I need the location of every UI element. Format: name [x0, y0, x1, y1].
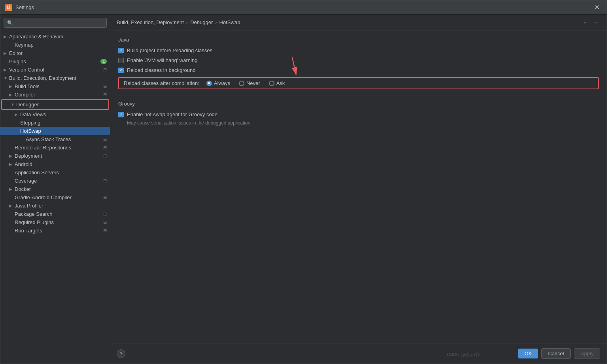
- sidebar-item-editor[interactable]: ▶ Editor: [0, 49, 110, 57]
- expand-icon: ▶: [4, 51, 9, 55]
- checkbox-label-jvm-hang: Enable 'JVM will hang' warning: [127, 57, 197, 63]
- sidebar-item-package-search[interactable]: Package Search ⊞: [0, 210, 110, 218]
- settings-icon: ⊞: [103, 195, 107, 200]
- sidebar-item-app-servers[interactable]: Application Servers: [0, 168, 110, 177]
- checkbox-jvm-hang[interactable]: Enable 'JVM will hang' warning: [118, 57, 599, 63]
- dialog-body: 🔍 ▶ Appearance & Behavior Keymap ▶ Edito…: [0, 15, 607, 364]
- sidebar-item-coverage[interactable]: Coverage ⊞: [0, 177, 110, 185]
- sidebar-item-build-tools[interactable]: ▶ Build Tools ⊞: [0, 82, 110, 91]
- radio-option-ask[interactable]: Ask: [269, 80, 285, 86]
- breadcrumb: Build, Execution, Deployment › Debugger …: [110, 15, 607, 30]
- settings-icon: ⊞: [103, 137, 107, 142]
- sidebar-item-build-exec[interactable]: ▼ Build, Execution, Deployment: [0, 74, 110, 82]
- sidebar-item-label: Deployment: [15, 153, 102, 159]
- checkbox-reload-background[interactable]: Reload classes in background: [118, 67, 599, 73]
- settings-icon: ⊞: [103, 178, 107, 183]
- sidebar-item-appearance[interactable]: ▶ Appearance & Behavior: [0, 32, 110, 41]
- sidebar-item-label: Application Servers: [15, 170, 107, 175]
- sidebar-item-label: Android: [15, 161, 107, 167]
- sidebar-item-plugins[interactable]: Plugins 1: [0, 57, 110, 66]
- sidebar-item-version-control[interactable]: ▶ Version Control ⊞: [0, 66, 110, 74]
- ok-button[interactable]: OK: [518, 349, 538, 358]
- settings-icon: ⊞: [103, 211, 107, 217]
- checkbox-label-groovy-hotswap: Enable hot-swap agent for Groovy code: [127, 111, 217, 117]
- title-bar-left: IJ Settings: [5, 4, 34, 11]
- dialog-title: Settings: [15, 4, 34, 10]
- sidebar-item-java-profiler[interactable]: ▶ Java Profiler: [0, 202, 110, 210]
- search-box[interactable]: 🔍: [4, 18, 107, 28]
- checkbox-label-build-before-reload: Build project before reloading classes: [127, 47, 212, 53]
- expand-icon: ▶: [15, 112, 20, 117]
- settings-icon: ⊞: [103, 153, 107, 158]
- nav-forward-button[interactable]: →: [592, 19, 600, 26]
- settings-icon: ⊞: [103, 145, 107, 150]
- breadcrumb-item-3: HotSwap: [219, 19, 240, 25]
- sidebar-item-label: Stepping: [20, 120, 107, 126]
- watermark: CSDN @假女叮9: [447, 352, 480, 358]
- radio-label-always: Always: [214, 80, 230, 86]
- sidebar-item-label: Editor: [9, 50, 107, 56]
- java-section-label: Java: [118, 37, 599, 43]
- breadcrumb-sep-1: ›: [186, 19, 188, 25]
- radio-group-label: Reload classes after compilation:: [124, 80, 199, 86]
- sidebar-item-android[interactable]: ▶ Android: [0, 160, 110, 168]
- expand-icon: ▶: [9, 204, 15, 208]
- content-area: Java Build project before reloading clas…: [110, 30, 607, 343]
- sidebar-item-required-plugins[interactable]: Required Plugins ⊞: [0, 218, 110, 226]
- checkbox-input-reload-background[interactable]: [118, 68, 124, 73]
- sidebar-item-label: Version Control: [9, 67, 102, 73]
- checkbox-build-before-reload[interactable]: Build project before reloading classes: [118, 47, 599, 53]
- sidebar-item-docker[interactable]: ▶ Docker: [0, 185, 110, 193]
- settings-icon: ⊞: [103, 84, 107, 89]
- sidebar-item-label: HotSwap: [20, 128, 107, 134]
- sidebar-item-debugger[interactable]: ▼ Debugger: [2, 100, 108, 109]
- radio-option-always[interactable]: Always: [206, 80, 230, 86]
- plugins-badge: 1: [100, 59, 107, 64]
- help-button[interactable]: ?: [117, 349, 125, 358]
- apply-button[interactable]: Apply: [574, 348, 600, 359]
- radio-btn-ask[interactable]: [269, 81, 274, 86]
- sidebar-item-label: Docker: [15, 186, 107, 192]
- radio-label-ask: Ask: [276, 80, 285, 86]
- sidebar-item-label: Keymap: [15, 42, 107, 48]
- nav-back-button[interactable]: ←: [581, 19, 590, 26]
- expand-icon: ▶: [4, 68, 9, 72]
- radio-option-never[interactable]: Never: [239, 80, 260, 86]
- sidebar-item-run-targets[interactable]: Run Targets ⊞: [0, 226, 110, 235]
- checkbox-input-build-before-reload[interactable]: [118, 48, 124, 53]
- groovy-section-label: Groovy: [118, 101, 599, 107]
- search-icon: 🔍: [7, 20, 13, 26]
- breadcrumb-item-2: Debugger: [190, 19, 213, 25]
- checkbox-input-jvm-hang[interactable]: [118, 58, 124, 63]
- expand-icon: ▶: [9, 187, 15, 191]
- search-input[interactable]: [15, 20, 103, 26]
- sidebar-item-deployment[interactable]: ▶ Deployment ⊞: [0, 152, 110, 160]
- title-bar: IJ Settings ✕: [0, 0, 607, 15]
- sidebar-item-async-stack[interactable]: Async Stack Traces ⊞: [0, 135, 110, 143]
- breadcrumb-sep-2: ›: [215, 19, 217, 25]
- sidebar-item-compiler[interactable]: ▶ Compiler ⊞: [0, 91, 110, 99]
- radio-btn-never[interactable]: [239, 81, 244, 86]
- expand-icon: ▶: [9, 154, 15, 158]
- checkbox-input-groovy-hotswap[interactable]: [118, 112, 124, 117]
- expand-icon: ▼: [4, 76, 9, 80]
- sidebar-item-label: Coverage: [15, 178, 102, 184]
- radio-btn-always[interactable]: [206, 81, 212, 86]
- cancel-button[interactable]: Cancel: [541, 348, 571, 359]
- sidebar-item-remote-jar[interactable]: Remote Jar Repositories ⊞: [0, 143, 110, 152]
- sidebar-item-label: Build Tools: [15, 83, 102, 89]
- sidebar-item-data-views[interactable]: ▶ Data Views: [0, 110, 110, 119]
- sidebar-item-stepping[interactable]: Stepping: [0, 119, 110, 127]
- sidebar-item-hotswap[interactable]: HotSwap: [0, 127, 110, 135]
- settings-icon: ⊞: [103, 220, 107, 225]
- close-button[interactable]: ✕: [592, 3, 602, 12]
- sidebar-item-label: Appearance & Behavior: [9, 34, 107, 40]
- radio-label-never: Never: [246, 80, 260, 86]
- breadcrumb-nav: ← →: [581, 19, 600, 26]
- sidebar-item-gradle-android[interactable]: Gradle-Android Compiler ⊞: [0, 193, 110, 202]
- sidebar-item-label: Run Targets: [15, 228, 102, 234]
- reload-after-compilation-group: Reload classes after compilation: Always…: [118, 77, 599, 89]
- sidebar-item-label: Data Views: [20, 111, 107, 117]
- sidebar-item-keymap[interactable]: Keymap: [0, 41, 110, 49]
- checkbox-groovy-hotswap[interactable]: Enable hot-swap agent for Groovy code: [118, 111, 599, 117]
